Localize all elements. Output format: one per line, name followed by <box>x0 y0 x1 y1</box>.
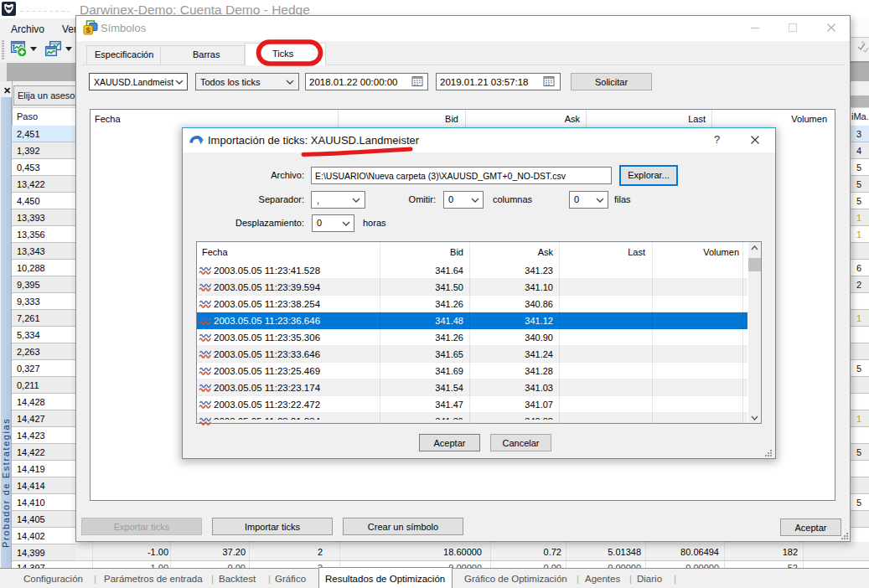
svg-text:$: $ <box>86 25 91 34</box>
